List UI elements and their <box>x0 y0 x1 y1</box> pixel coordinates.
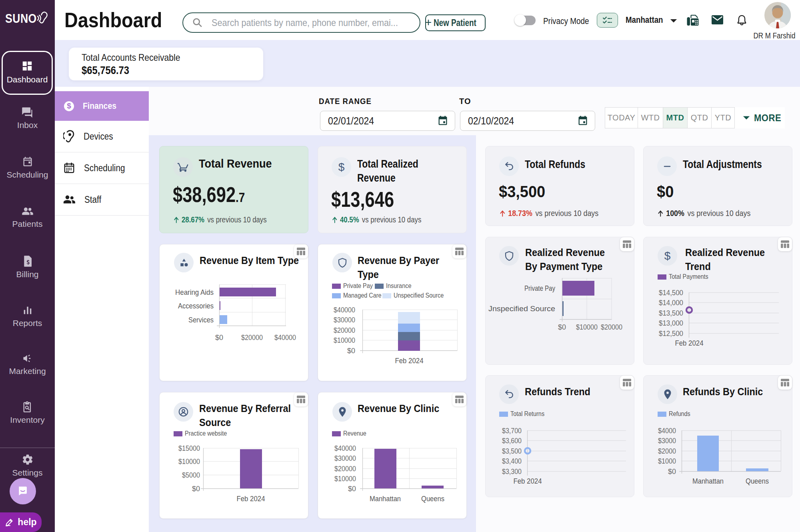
svg-text:$2000: $2000 <box>658 447 676 455</box>
svg-text:Hearing Aids: Hearing Aids <box>175 288 214 296</box>
svg-text:$3,500: $3,500 <box>502 447 522 455</box>
svg-text:$20000: $20000 <box>334 465 356 473</box>
svg-text:Queens: Queens <box>746 477 769 485</box>
svg-text:$40000: $40000 <box>334 444 356 452</box>
svg-text:$3,600: $3,600 <box>502 437 522 445</box>
svg-text:$0: $0 <box>347 347 355 355</box>
svg-text:Accessories: Accessories <box>178 302 214 310</box>
svg-text:$13,000: $13,000 <box>659 319 683 327</box>
svg-text:$15000: $15000 <box>178 444 200 452</box>
svg-text:Private Pay: Private Pay <box>524 284 555 292</box>
svg-text:$10000: $10000 <box>334 336 355 344</box>
svg-text:$30000: $30000 <box>334 454 356 462</box>
svg-text:$40000: $40000 <box>334 306 355 314</box>
svg-text:$10000: $10000 <box>178 458 200 466</box>
svg-text:$30000: $30000 <box>334 316 355 324</box>
svg-text:$20000: $20000 <box>241 334 263 342</box>
svg-text:$3,700: $3,700 <box>502 427 522 435</box>
svg-text:Manhattan: Manhattan <box>370 494 401 503</box>
svg-text:$0: $0 <box>348 485 356 493</box>
svg-text:$0: $0 <box>668 468 676 476</box>
svg-text:$14,500: $14,500 <box>659 289 683 297</box>
svg-text:$0: $0 <box>215 334 223 342</box>
svg-text:Feb 2024: Feb 2024 <box>675 339 704 347</box>
svg-text:$3,400: $3,400 <box>502 457 522 465</box>
svg-text:Feb 2024: Feb 2024 <box>514 477 542 485</box>
svg-text:$10000: $10000 <box>334 475 356 483</box>
svg-text:$3,300: $3,300 <box>502 468 522 476</box>
svg-text:$12,500: $12,500 <box>659 330 683 338</box>
svg-text:$0: $0 <box>558 323 566 331</box>
svg-text:$3000: $3000 <box>658 437 676 445</box>
svg-text:$20000: $20000 <box>601 323 622 331</box>
svg-text:$5000: $5000 <box>182 471 200 479</box>
svg-text:Jnspecified Source: Jnspecified Source <box>488 304 555 313</box>
svg-text:$40000: $40000 <box>274 334 296 342</box>
svg-text:Manhattan: Manhattan <box>692 477 724 485</box>
svg-text:$20000: $20000 <box>334 326 355 334</box>
svg-text:$1000: $1000 <box>658 457 676 465</box>
svg-text:$4000: $4000 <box>658 427 676 435</box>
svg-text:Feb 2024: Feb 2024 <box>237 494 265 503</box>
svg-text:Services: Services <box>188 316 214 324</box>
svg-text:$0: $0 <box>192 485 200 493</box>
svg-text:Feb 2024: Feb 2024 <box>395 356 424 365</box>
svg-text:$10000: $10000 <box>576 323 598 331</box>
svg-text:Queens: Queens <box>421 494 444 503</box>
svg-text:$13,500: $13,500 <box>659 309 683 317</box>
svg-text:$14,000: $14,000 <box>659 299 683 307</box>
